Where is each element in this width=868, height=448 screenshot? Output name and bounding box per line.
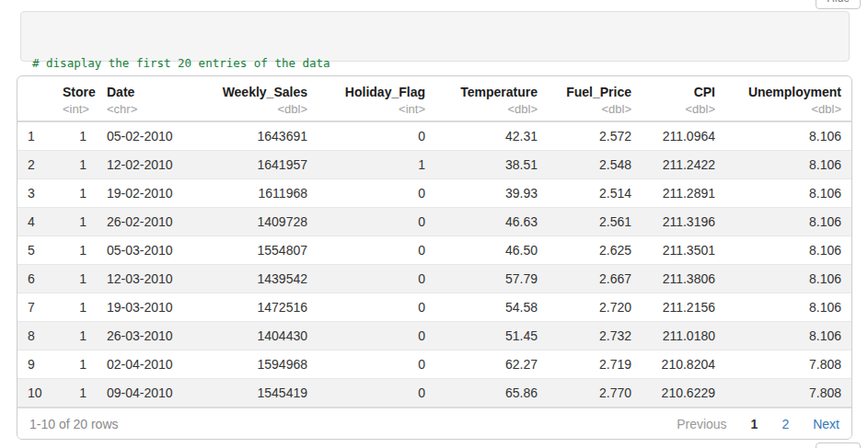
column-label: Temperature [446,85,538,99]
row-number-cell: 1 [17,121,52,151]
table-cell: 1 [52,208,97,236]
table-cell: 2.548 [548,151,642,179]
table-cell: 1409728 [181,208,318,236]
table-cell: 1472516 [181,293,318,322]
table-cell: 39.93 [435,179,548,208]
hide-button-top[interactable]: Hide [816,0,861,9]
table-cell: 12-02-2010 [97,151,181,179]
table-cell: 0 [318,265,435,293]
data-table: Store<int>Date<chr>Weekly_Sales<dbl>Holi… [17,76,851,407]
code-line-comment: # disaplay the first 20 entries of the d… [32,54,838,72]
column-header [17,76,52,121]
table-cell: 51.45 [435,322,548,350]
table-cell: 211.0180 [642,322,725,350]
table-cell: 211.2891 [642,179,725,208]
table-cell: 2.732 [548,322,642,350]
column-label: Unemployment [735,85,841,99]
column-label: Holiday_Flag [328,85,425,99]
table-cell: 02-04-2010 [97,350,181,379]
column-header: Weekly_Sales<dbl> [181,76,318,121]
column-type: <dbl> [191,102,307,116]
table-cell: 8.106 [725,151,851,179]
table-cell: 211.2422 [642,151,725,179]
table-cell: 2.667 [548,265,642,293]
row-number-cell: 2 [17,151,52,179]
table-cell: 8.106 [725,293,851,322]
column-header: CPI<dbl> [642,76,725,121]
table-cell: 1 [52,151,97,179]
table-row: 9102-04-20101594968062.272.719210.82047.… [17,350,851,379]
hide-button-bottom[interactable]: Hide [816,442,861,448]
table-cell: 211.2156 [642,293,725,322]
table-cell: 8.106 [725,236,851,265]
table-cell: 0 [318,208,435,236]
row-number-cell: 6 [17,265,52,293]
page-number-list: 12 [727,417,790,431]
row-number-cell: 9 [17,350,52,379]
table-cell: 2.625 [548,236,642,265]
column-header: Date<chr> [97,76,181,121]
table-row: 10109-04-20101545419065.862.770210.62297… [17,379,851,408]
row-number-cell: 3 [17,179,52,208]
table-cell: 1554807 [181,236,318,265]
table-cell: 210.6229 [642,379,725,408]
column-type: <dbl> [446,102,538,116]
table-cell: 26-03-2010 [97,322,181,350]
table-row: 4126-02-20101409728046.632.561211.31968.… [17,208,851,236]
table-cell: 57.79 [435,265,548,293]
column-header: Store<int> [52,76,97,121]
table-cell: 1404430 [181,322,318,350]
table-body: 1105-02-20101643691042.312.572211.09648.… [17,121,851,407]
column-header: Fuel_Price<dbl> [548,76,642,121]
table-row: 7119-03-20101472516054.582.720211.21568.… [17,293,851,322]
table-cell: 8.106 [725,179,851,208]
table-header: Store<int>Date<chr>Weekly_Sales<dbl>Holi… [17,76,851,121]
code-comment: # disaplay the first 20 entries of the d… [32,56,330,70]
table-cell: 1 [52,293,97,322]
table-row: 5105-03-20101554807046.502.625211.35018.… [17,236,851,265]
table-cell: 8.106 [725,208,851,236]
row-number-cell: 4 [17,208,52,236]
table-cell: 1 [318,151,435,179]
column-type: <chr> [107,102,171,116]
page-button-1[interactable]: 1 [751,417,758,431]
table-cell: 2.719 [548,350,642,379]
table-cell: 2.572 [548,121,642,151]
table-row: 1105-02-20101643691042.312.572211.09648.… [17,121,851,151]
row-number-cell: 7 [17,293,52,322]
table-row: 6112-03-20101439542057.792.667211.38068.… [17,265,851,293]
column-type: <int> [63,102,87,116]
table-cell: 09-04-2010 [97,379,181,408]
table-cell: 1 [52,236,97,265]
table-cell: 62.27 [435,350,548,379]
table-cell: 1594968 [181,350,318,379]
table-cell: 38.51 [435,151,548,179]
table-cell: 05-03-2010 [97,236,181,265]
next-page-button[interactable]: Next [813,417,839,431]
column-type: <int> [328,102,425,116]
table-cell: 0 [318,121,435,151]
table-row: 8126-03-20101404430051.452.732211.01808.… [17,322,851,350]
previous-page-button[interactable]: Previous [677,417,726,431]
table-cell: 26-02-2010 [97,208,181,236]
table-row: 2112-02-20101641957138.512.548211.24228.… [17,151,851,179]
column-label: Weekly_Sales [191,85,307,99]
table-cell: 12-03-2010 [97,265,181,293]
table-cell: 46.63 [435,208,548,236]
rows-range-label: 1-10 of 20 rows [29,417,119,431]
table-cell: 1 [52,179,97,208]
table-cell: 2.561 [548,208,642,236]
table-cell: 210.8204 [642,350,725,379]
table-cell: 211.3501 [642,236,725,265]
page-button-2[interactable]: 2 [781,417,789,431]
table-cell: 1643691 [181,121,318,151]
pagination: Previous 12 Next [677,417,839,431]
table-cell: 7.808 [725,379,851,408]
table-cell: 8.106 [725,322,851,350]
row-number-cell: 5 [17,236,52,265]
table-cell: 1545419 [181,379,318,408]
table-cell: 0 [318,179,435,208]
table-header-row: Store<int>Date<chr>Weekly_Sales<dbl>Holi… [17,76,851,121]
table-cell: 2.720 [548,293,642,322]
table-cell: 1611968 [181,179,318,208]
